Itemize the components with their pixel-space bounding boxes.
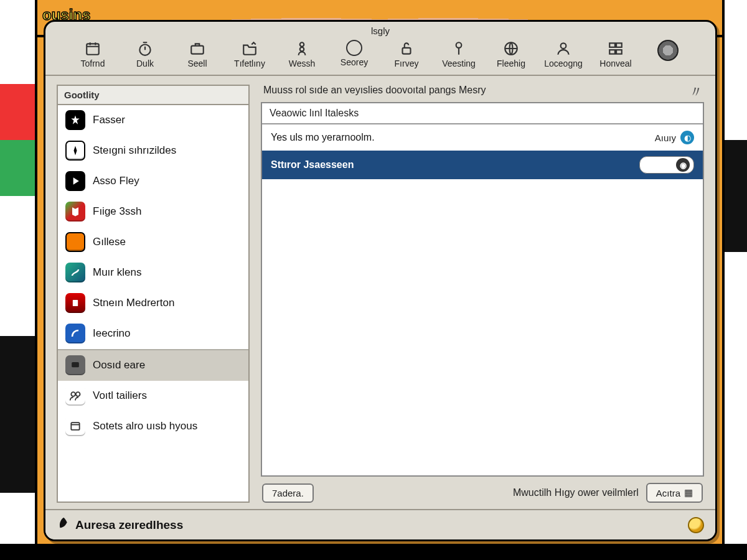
globe-icon (502, 40, 520, 57)
book-icon (65, 293, 85, 313)
user-circle-icon (554, 40, 573, 57)
svg-rect-0 (87, 44, 99, 54)
sidebar-item-voitl[interactable]: Voıtl tailiers (58, 381, 248, 411)
svg-point-8 (561, 43, 566, 49)
svg-rect-13 (73, 300, 78, 306)
layout-icon (606, 40, 625, 57)
toolbar-label: Veesting (442, 58, 476, 68)
toolbar-item-sphere[interactable] (644, 40, 692, 62)
status-left: Auresa zeıredlhess (57, 516, 183, 533)
corner-hatch-icon: 〃 (687, 80, 705, 104)
toolbar-item-wessh[interactable]: Wessh (278, 40, 326, 68)
panel-row-text: Yes uls mo yerarnoolm. (271, 132, 375, 143)
badge-label: Aıuıy (655, 133, 676, 143)
status-text: Auresa zeıredlhess (75, 518, 183, 532)
svg-rect-11 (609, 50, 615, 54)
toolbar-item-tofrnd[interactable]: Tofrnd (68, 40, 117, 68)
coin-icon (688, 517, 704, 533)
info-dot-icon: ◐ (680, 131, 694, 144)
toolbar-label: Loceogng (544, 58, 583, 68)
lock-open-icon (397, 40, 416, 57)
content-panel: Veaowic lınl Italesks Yes uls mo yerarno… (261, 102, 704, 477)
toolbar-label: Dulk (136, 58, 154, 68)
toolbar-item-veesting[interactable]: Veesting (435, 40, 483, 68)
panel-row[interactable]: Yes uls mo yerarnoolm. Aıuıy ◐ (262, 124, 703, 151)
footer-right-button[interactable]: Acıtra ▦ (646, 483, 703, 503)
toolbar-item-firvey[interactable]: Fırvey (382, 40, 431, 68)
panel-row-badge[interactable]: Aasid ◉ (639, 156, 694, 174)
swirl-icon (65, 263, 85, 282)
toolbar-label: Fırvey (395, 58, 419, 68)
svg-point-3 (300, 42, 304, 47)
sidebar-item-label: Oosıd eare (93, 359, 145, 371)
content-description: Muuss rol sıde an veyıslies doovoıtal pa… (261, 85, 704, 102)
toolbar-label: Honveal (599, 58, 631, 68)
toolbar-item-honveal[interactable]: Honveal (591, 40, 640, 68)
toolbar-item-seorey[interactable]: Seorey (330, 40, 378, 67)
chat-icon (65, 355, 85, 375)
sidebar-item-steigni[interactable]: Steıgni sıhrızildes (58, 136, 248, 166)
footer-left-button[interactable]: 7adera. (262, 483, 314, 503)
panel-row-text: Sttıror Jsaesseen (271, 159, 354, 170)
toolbar-item-fleehig[interactable]: Fleehig (487, 40, 535, 68)
content-pane: Muuss rol sıde an veyıslies doovoıtal pa… (261, 85, 704, 503)
sidebar-item-stnein[interactable]: Stneın Medrerton (58, 288, 248, 319)
leaf-icon (57, 516, 70, 533)
svg-rect-17 (71, 422, 79, 430)
button-label: Acıtra (656, 488, 680, 498)
sidebar-list: Fasser Steıgni sıhrızildes Asso Fley (58, 105, 248, 502)
sidebar-item-label: Ieecrino (93, 327, 130, 340)
toolbar-label: Wessh (289, 58, 316, 68)
content-footer: 7adera. Mwuctilh Hıgy ower veilmlerl Acı… (261, 477, 704, 503)
window-body: Gootlity Fasser Steıgni sıhrızildes (45, 76, 715, 509)
svg-point-4 (300, 47, 304, 52)
background-bottom-strip (0, 544, 747, 560)
toolbar-label: Fleehig (497, 58, 525, 68)
panel-row-badge[interactable]: Aıuıy ◐ (655, 131, 694, 144)
panel-header: Veaowic lınl Italesks (262, 103, 703, 124)
pin-icon (449, 40, 468, 57)
sidebar-item-ieecrino[interactable]: Ieecrino (58, 319, 248, 349)
toolbar-label: Seell (187, 58, 207, 68)
maps-icon (65, 202, 85, 222)
toolbar-item-dulk[interactable]: Dulk (121, 40, 169, 68)
window-title: lsgly (45, 22, 715, 37)
panel-row-selected[interactable]: Sttıror Jsaesseen Aasid ◉ (262, 151, 703, 179)
sidebar-item-fasser[interactable]: Fasser (58, 105, 248, 136)
sidebar-item-muir-klens[interactable]: Muır klens (58, 258, 248, 288)
sidebar-item-fiige[interactable]: Fıige 3ssh (58, 197, 248, 227)
svg-point-6 (456, 42, 462, 48)
sidebar-item-label: Steıgni sıhrızildes (93, 144, 176, 157)
sidebar-item-gillese[interactable]: Gıllese (58, 227, 248, 258)
folder-check-icon (240, 40, 259, 57)
stopwatch-icon (136, 40, 154, 57)
sidebar-item-label: Asso Fley (93, 175, 139, 187)
footer-right-text: Mwuctilh Hıgy ower veilmlerl (513, 487, 639, 498)
sidebar-item-oosid-eare[interactable]: Oosıd eare (58, 349, 248, 381)
sidebar-item-asso-fley[interactable]: Asso Fley (58, 166, 248, 197)
svg-rect-5 (403, 48, 411, 54)
curve-icon (65, 324, 85, 343)
background-left-strip (0, 0, 37, 560)
calendar-icon (83, 40, 102, 57)
toolbar-label: Seorey (341, 57, 368, 67)
sidebar-item-sotets[interactable]: Sotets alro uısb hyous (58, 411, 248, 442)
sidebar-header: Gootlity (58, 86, 248, 105)
disc-icon: ◉ (676, 158, 690, 172)
person-stack-icon (293, 40, 311, 57)
sidebar-item-label: Fasser (93, 114, 125, 126)
toolbar-label: Tıfetlıny (234, 58, 265, 68)
sidebar-item-label: Sotets alro uısb hyous (93, 420, 197, 432)
grid-small-icon: ▦ (684, 487, 693, 498)
sidebar-item-label: Muır klens (93, 266, 141, 279)
compass-icon (65, 141, 85, 161)
toolbar-label: Tofrnd (81, 58, 105, 68)
toolbar-item-seell[interactable]: Seell (173, 40, 222, 68)
status-bar: Auresa zeıredlhess (45, 509, 715, 539)
badge-label: Aasid (646, 160, 672, 170)
toolbar-item-tifetliny[interactable]: Tıfetlıny (225, 40, 274, 68)
sphere-icon (657, 40, 679, 61)
toolbar-item-loceogng[interactable]: Loceogng (539, 40, 588, 68)
svg-rect-10 (616, 43, 622, 47)
people-icon (65, 386, 85, 406)
